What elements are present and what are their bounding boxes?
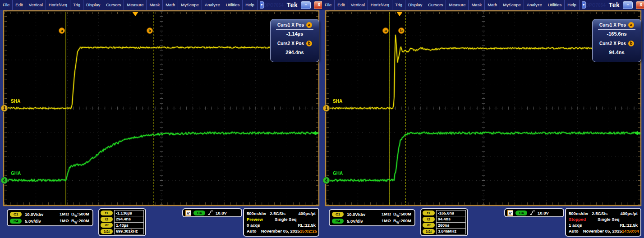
- menu-horiz-acq[interactable]: Horiz/Acq: [368, 0, 392, 10]
- ch4-label: GHA: [333, 171, 343, 176]
- t2-row: t2 94.4ns: [423, 216, 466, 222]
- svg-text:1: 1: [325, 106, 328, 111]
- acquisition-state-row: Stopped Single Seq: [569, 216, 638, 222]
- rising-edge-icon: [207, 210, 213, 215]
- menu-file[interactable]: File: [0, 0, 13, 10]
- inverse-delta-t-badge: 1/Δt: [423, 229, 435, 234]
- menu-file[interactable]: File: [322, 0, 335, 10]
- menu-vertical[interactable]: Vertical: [26, 0, 46, 10]
- ch4-marker[interactable]: 4: [1, 177, 8, 184]
- dual-scope-screenshot: FileEditVerticalHoriz/AcqTrigDisplayCurs…: [0, 0, 644, 238]
- menu-trig[interactable]: Trig: [70, 0, 83, 10]
- cursor-readout-panel: Curs1 X Pos a -165.6ns Curs2 X Pos b 94.…: [592, 19, 641, 62]
- tek-logo: Tek: [609, 1, 620, 9]
- menu-edit[interactable]: Edit: [13, 0, 26, 10]
- channel-c4-badge[interactable]: C4: [332, 219, 344, 224]
- inverse-delta-t-value: 699.301kHz: [114, 228, 144, 234]
- curs2-value: 294.4ns: [271, 49, 319, 56]
- delta-t-row: Δt 260ns: [423, 222, 466, 228]
- window-controls: DPO7054 Tek – X: [264, 1, 327, 9]
- menu-measure[interactable]: Measure: [446, 0, 469, 10]
- channel-c1-badge[interactable]: C1: [10, 212, 22, 217]
- channel-c4-badge[interactable]: C4: [10, 219, 22, 224]
- minimize-button[interactable]: –: [301, 1, 311, 9]
- t2-row: t2 294.4ns: [101, 216, 144, 222]
- menu-help[interactable]: Help: [243, 0, 258, 10]
- acquisition-count: 0 acqs: [247, 223, 260, 228]
- cursor-measurement-box: t1 -165.6ns t2 94.4ns Δt 260ns 1/Δt 3.84…: [420, 208, 468, 236]
- menu-display[interactable]: Display: [83, 0, 103, 10]
- ch1-label: SHA: [11, 99, 20, 104]
- curs1-label: Curs1 X Pos: [599, 23, 626, 27]
- minimize-button[interactable]: –: [623, 1, 633, 9]
- menu-analyze[interactable]: Analyze: [524, 0, 545, 10]
- t1-value: -1.136µs: [114, 210, 144, 216]
- trigger-source-badge[interactable]: C4: [515, 211, 527, 215]
- menu-mask[interactable]: Mask: [147, 0, 163, 10]
- menu-myscope[interactable]: MyScope: [178, 0, 202, 10]
- curs2-label: Curs2 X Pos: [277, 41, 304, 46]
- menu-utilities[interactable]: Utilities: [545, 0, 565, 10]
- menu-overflow-dropdown-icon[interactable]: ▼: [260, 1, 264, 9]
- t1-badge: t1: [101, 211, 113, 215]
- inverse-delta-t-row: 1/Δt 699.301kHz: [101, 229, 144, 234]
- ch1-marker[interactable]: 1: [323, 105, 330, 112]
- cursor-b-marker[interactable]: b: [147, 28, 153, 34]
- t2-value: 294.4ns: [114, 216, 144, 222]
- status-bar: C1 10.0V/div 1MΩ BW:500M C4 5.0V/div 1MΩ…: [0, 206, 322, 238]
- acquisition-count-row: 0 acqs RL:12.5k: [247, 222, 316, 228]
- menu-math[interactable]: Math: [485, 0, 500, 10]
- readout-divider: [276, 48, 313, 48]
- channel-settings-box: C1 10.0V/div 1MΩ BW:500M C4 5.0V/div 1MΩ…: [329, 209, 415, 226]
- menu-edit[interactable]: Edit: [335, 0, 348, 10]
- channel-c1-badge[interactable]: C1: [332, 212, 344, 217]
- menu-cursors[interactable]: Cursors: [425, 0, 446, 10]
- ch4-label: GHA: [11, 171, 21, 176]
- timebase-row: 500ns/div 2.5GS/s 400ps/pt: [247, 211, 316, 216]
- menu-utilities[interactable]: Utilities: [223, 0, 243, 10]
- cursor-a-badge-icon: a: [306, 22, 312, 28]
- cursor-a-marker[interactable]: a: [382, 28, 388, 34]
- cursor-a-marker[interactable]: a: [59, 28, 64, 34]
- acquisition-state-row: Preview Single Seq: [247, 216, 316, 222]
- menu-help[interactable]: Help: [565, 0, 580, 10]
- close-button[interactable]: X: [636, 1, 644, 9]
- cursor-b-marker[interactable]: b: [398, 28, 404, 34]
- menu-overflow-dropdown-icon[interactable]: ▼: [582, 1, 586, 9]
- menu-analyze[interactable]: Analyze: [202, 0, 223, 10]
- ch1-marker[interactable]: 1: [1, 105, 8, 112]
- horizontal-acquisition-box: 500ns/div 2.5GS/s 400ps/pt Stopped Singl…: [565, 208, 641, 237]
- menu-cursors[interactable]: Cursors: [103, 0, 124, 10]
- inverse-delta-t-badge: 1/Δt: [101, 229, 113, 234]
- trigger-a-badge: A': [185, 210, 191, 216]
- menu-horiz-acq[interactable]: Horiz/Acq: [46, 0, 70, 10]
- cursor-a-badge-icon: a: [628, 22, 634, 28]
- c4-coupling-bandwidth: 1MΩ BW:200M: [382, 218, 412, 224]
- menu-mask[interactable]: Mask: [469, 0, 485, 10]
- cursor-b-badge-icon: b: [628, 41, 634, 46]
- date-label: November 05, 2025: [261, 229, 300, 233]
- menu-measure[interactable]: Measure: [124, 0, 147, 10]
- curs2-value: 94.4ns: [593, 49, 641, 56]
- trigger-mode: Auto: [569, 229, 579, 233]
- ch4-marker[interactable]: 4: [323, 177, 330, 184]
- c1-coupling-bandwidth: 1MΩ BW:500M: [382, 211, 412, 217]
- c1-scale: 10.0V/div: [25, 212, 43, 217]
- readout-divider: [276, 29, 313, 30]
- menu-vertical[interactable]: Vertical: [348, 0, 368, 10]
- svg-text:b: b: [148, 28, 151, 33]
- t2-value: 94.4ns: [436, 216, 466, 222]
- trigger-source-badge[interactable]: C4: [193, 211, 205, 215]
- menu-display[interactable]: Display: [405, 0, 425, 10]
- t2-badge: t2: [101, 217, 113, 222]
- readout-divider: [598, 29, 635, 30]
- delta-t-row: Δt 1.43µs: [101, 222, 144, 228]
- tek-logo: Tek: [287, 1, 298, 9]
- acquisition-state: Stopped: [569, 217, 586, 222]
- menu-math[interactable]: Math: [163, 0, 178, 10]
- channel-settings-box: C1 10.0V/div 1MΩ BW:500M C4 5.0V/div 1MΩ…: [7, 209, 93, 226]
- trigger-status-box: A' C4 10.8V: [182, 208, 242, 217]
- menu-myscope[interactable]: MyScope: [500, 0, 524, 10]
- menu-trig[interactable]: Trig: [392, 0, 405, 10]
- sample-resolution: 400ps/pt: [620, 211, 638, 216]
